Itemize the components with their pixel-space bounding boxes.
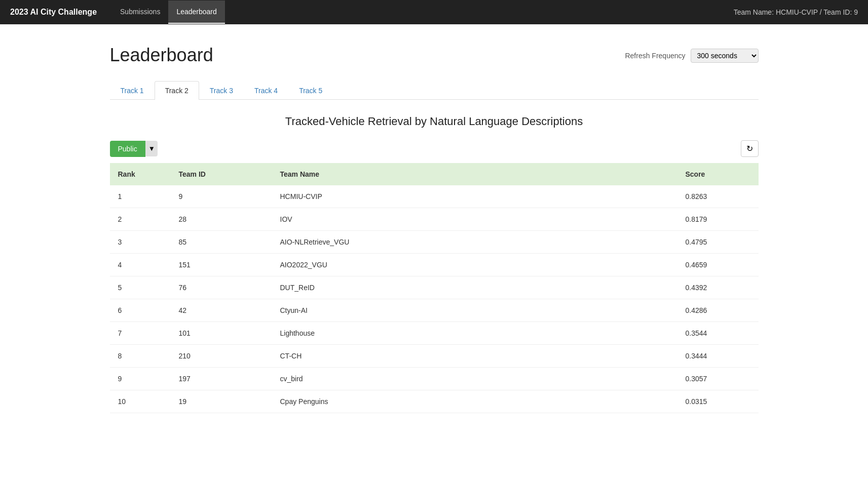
cell-rank: 8 (110, 345, 171, 368)
leaderboard-table: Rank Team ID Team Name Score 1 9 HCMIU-C… (110, 163, 759, 413)
cell-teamid: 197 (171, 368, 272, 390)
cell-rank: 1 (110, 185, 171, 208)
tab-track2[interactable]: Track 2 (155, 81, 199, 100)
table-body: 1 9 HCMIU-CVIP 0.8263 2 28 IOV 0.8179 3 … (110, 185, 759, 413)
cell-rank: 5 (110, 276, 171, 299)
table-row: 6 42 Ctyun-AI 0.4286 (110, 299, 759, 322)
col-header-teamid: Team ID (171, 163, 272, 185)
table-row: 5 76 DUT_ReID 0.4392 (110, 276, 759, 299)
refresh-section: Refresh Frequency 300 seconds 60 seconds… (625, 49, 758, 63)
table-row: 1 9 HCMIU-CVIP 0.8263 (110, 185, 759, 208)
cell-rank: 7 (110, 322, 171, 345)
cell-score: 0.4392 (677, 276, 759, 299)
cell-teamname: cv_bird (272, 368, 677, 390)
table-header: Rank Team ID Team Name Score (110, 163, 759, 185)
cell-rank: 3 (110, 231, 171, 254)
app-brand: 2023 AI City Challenge (10, 8, 97, 17)
cell-score: 0.4795 (677, 231, 759, 254)
table-row: 10 19 Cpay Penguins 0.0315 (110, 390, 759, 413)
cell-score: 0.3544 (677, 322, 759, 345)
refresh-button[interactable]: ↻ (741, 140, 759, 157)
cell-rank: 6 (110, 299, 171, 322)
track-title: Tracked-Vehicle Retrieval by Natural Lan… (110, 115, 759, 128)
tab-track1[interactable]: Track 1 (110, 81, 155, 100)
cell-teamid: 42 (171, 299, 272, 322)
cell-teamname: IOV (272, 208, 677, 231)
tab-track5[interactable]: Track 5 (288, 81, 333, 100)
cell-score: 0.3444 (677, 345, 759, 368)
nav-leaderboard[interactable]: Leaderboard (168, 1, 224, 24)
tab-track4[interactable]: Track 4 (244, 81, 288, 100)
cell-teamname: Lighthouse (272, 322, 677, 345)
table-row: 2 28 IOV 0.8179 (110, 208, 759, 231)
cell-rank: 10 (110, 390, 171, 413)
refresh-label: Refresh Frequency (625, 52, 685, 60)
cell-teamid: 151 (171, 254, 272, 276)
cell-rank: 2 (110, 208, 171, 231)
user-info: Team Name: HCMIU-CVIP / Team ID: 9 (734, 8, 858, 16)
toolbar: Public ▼ ↻ (110, 140, 759, 157)
cell-teamname: CT-CH (272, 345, 677, 368)
table-header-row: Rank Team ID Team Name Score (110, 163, 759, 185)
cell-score: 0.4286 (677, 299, 759, 322)
tab-track3[interactable]: Track 3 (199, 81, 244, 100)
navbar: 2023 AI City Challenge Submissions Leade… (0, 0, 868, 24)
visibility-toggle-button[interactable]: ▼ (145, 141, 158, 156)
cell-rank: 9 (110, 368, 171, 390)
cell-teamid: 9 (171, 185, 272, 208)
col-header-teamname: Team Name (272, 163, 677, 185)
cell-teamname: AIO2022_VGU (272, 254, 677, 276)
cell-teamname: Ctyun-AI (272, 299, 677, 322)
cell-score: 0.0315 (677, 390, 759, 413)
cell-teamid: 85 (171, 231, 272, 254)
table-row: 9 197 cv_bird 0.3057 (110, 368, 759, 390)
visibility-controls: Public ▼ (110, 141, 158, 157)
main-content: Leaderboard Refresh Frequency 300 second… (80, 24, 789, 433)
page-title: Leaderboard (110, 45, 213, 66)
cell-teamname: Cpay Penguins (272, 390, 677, 413)
col-header-score: Score (677, 163, 759, 185)
col-header-rank: Rank (110, 163, 171, 185)
cell-score: 0.8263 (677, 185, 759, 208)
track-tabs: Track 1 Track 2 Track 3 Track 4 Track 5 (110, 81, 759, 100)
table-row: 8 210 CT-CH 0.3444 (110, 345, 759, 368)
cell-teamid: 19 (171, 390, 272, 413)
table-row: 7 101 Lighthouse 0.3544 (110, 322, 759, 345)
nav-submissions[interactable]: Submissions (112, 1, 168, 24)
cell-score: 0.4659 (677, 254, 759, 276)
cell-rank: 4 (110, 254, 171, 276)
table-row: 4 151 AIO2022_VGU 0.4659 (110, 254, 759, 276)
cell-teamid: 28 (171, 208, 272, 231)
refresh-icon: ↻ (746, 144, 753, 153)
cell-teamid: 101 (171, 322, 272, 345)
cell-teamname: AIO-NLRetrieve_VGU (272, 231, 677, 254)
nav-links: Submissions Leaderboard (112, 1, 225, 24)
cell-score: 0.8179 (677, 208, 759, 231)
cell-teamid: 210 (171, 345, 272, 368)
cell-score: 0.3057 (677, 368, 759, 390)
refresh-frequency-select[interactable]: 300 seconds 60 seconds 30 seconds Never (691, 49, 759, 63)
public-button[interactable]: Public (110, 141, 145, 157)
table-row: 3 85 AIO-NLRetrieve_VGU 0.4795 (110, 231, 759, 254)
cell-teamname: HCMIU-CVIP (272, 185, 677, 208)
page-header: Leaderboard Refresh Frequency 300 second… (110, 45, 759, 66)
cell-teamid: 76 (171, 276, 272, 299)
cell-teamname: DUT_ReID (272, 276, 677, 299)
